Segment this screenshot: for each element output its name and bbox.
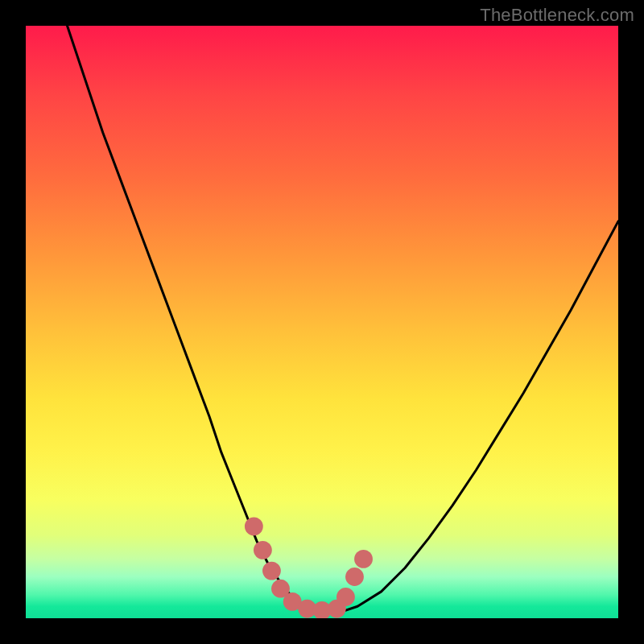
chart-frame: TheBottleneck.com	[0, 0, 644, 644]
marker-dot	[354, 550, 373, 568]
watermark-text: TheBottleneck.com	[480, 5, 634, 26]
curve-path	[68, 26, 618, 613]
marker-dot	[254, 541, 272, 559]
marker-dot	[262, 562, 281, 580]
marker-dot	[245, 518, 263, 536]
plot-area	[26, 26, 618, 618]
marker-dot	[336, 588, 355, 606]
marker-dot	[345, 568, 364, 586]
chart-svg	[26, 26, 618, 618]
